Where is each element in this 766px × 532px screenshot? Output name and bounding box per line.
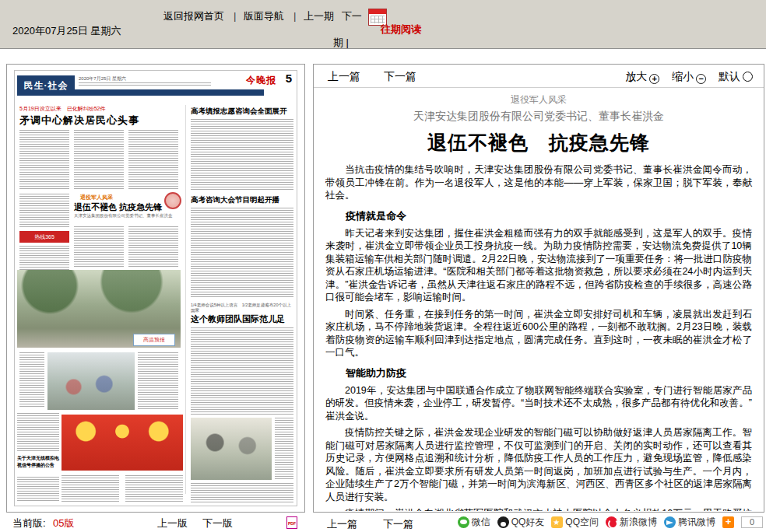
masthead-band — [75, 89, 264, 96]
top-nav: 返回报网首页| 版面导航| 上一期 下一 — [163, 9, 392, 26]
page-thumbnail-panel: 民生·社会 2020年7月25日 星期六 今晚报 5 5月19日设立以来 已化解… — [6, 64, 305, 513]
text-lines — [128, 226, 178, 267]
thumb-date-line: 2020年7月25日 星期六 — [79, 75, 126, 82]
thumb-section-label: 民生·社会 — [17, 75, 75, 96]
next-article-link-bottom[interactable]: 下一篇 — [383, 517, 413, 531]
pdf-download-icon[interactable]: PDF — [286, 516, 297, 529]
thumb-weather-box: 高温预报 — [133, 334, 175, 346]
nav-next-issue-link-wrap[interactable]: 期 | — [333, 36, 349, 50]
newspaper-page-thumbnail[interactable]: 民生·社会 2020年7月25日 星期六 今晚报 5 5月19日设立以来 已化解… — [14, 70, 297, 506]
thumb-a6-headline: 关于天津无线模拟电视信号停播的公告 — [17, 455, 61, 469]
next-page-link[interactable]: 下一版 — [202, 516, 233, 530]
share-qq-friend-button[interactable]: QQ好友 — [497, 516, 545, 529]
advertisement-block — [61, 415, 183, 471]
tencent-weibo-icon — [664, 516, 676, 528]
next-article-link[interactable]: 下一篇 — [384, 70, 416, 84]
text-lines — [74, 130, 124, 189]
thumb-a4-headline: 高考咨询大会节目明起开播 — [191, 195, 293, 205]
text-lines — [19, 352, 44, 407]
article-paragraph: 疫情防控关键之际，崔洪金发现企业研发的智能门磁可以协助做好返津人员居家隔离工作。… — [325, 426, 752, 503]
text-lines — [74, 226, 124, 267]
text-lines — [61, 475, 119, 502]
column-divider — [185, 105, 186, 494]
share-more-button[interactable]: + — [722, 516, 734, 528]
share-icons-group: 微信 QQ好友 QQ空间 新浪微博 腾讯微博 + 0 — [458, 516, 763, 529]
share-label: 新浪微博 — [620, 516, 657, 529]
sina-weibo-icon — [606, 516, 617, 528]
text-lines — [191, 327, 293, 415]
classroom-photo — [191, 418, 272, 480]
text-lines — [275, 418, 293, 480]
article-paragraph: 疫情期间，崔洪金向湖北省荣军医院和武汉市火神山医院以个人名义捐款10万元，用于购… — [325, 507, 752, 511]
article-body: 当抗击疫情的集结号吹响时，天津安达集团股份有限公司党委书记、董事长崔洪金闻令而动… — [325, 163, 752, 511]
nav-past-issues-link[interactable]: 往期阅读 — [381, 23, 421, 37]
thumb-paper-name: 今晚报 — [246, 74, 276, 87]
thumb-a5-headline: 这个教师团队国际范儿足 — [191, 313, 293, 325]
thumb-a2-headline: 高考填报志愿咨询会全面展开 — [191, 107, 293, 117]
thumb-hotline-box: 热线365 — [19, 231, 69, 243]
nav-home-link[interactable]: 返回报网首页 — [163, 10, 224, 22]
zoom-in-icon[interactable] — [649, 74, 659, 84]
share-label: 腾讯微博 — [678, 516, 715, 529]
share-count: 0 — [741, 516, 763, 528]
nav-separator: | — [234, 10, 236, 22]
article-title: 退伍不褪色 抗疫急先锋 — [325, 130, 752, 156]
article-subtitle: 天津安达集团股份有限公司党委书记、董事长崔洪金 — [325, 110, 752, 124]
share-label: 微信 — [472, 516, 490, 529]
top-bar: 返回报网首页| 版面导航| 上一期 下一 往期阅读 期 | 2020年07月25… — [0, 0, 766, 49]
share-qzone-button[interactable]: QQ空间 — [551, 516, 599, 529]
thumb-a3-kicker: 退役军人风采 — [80, 194, 113, 201]
thumbnail-footer: 当前版: 05版 上一版 下一版 PDF — [6, 516, 305, 530]
issue-date: 2020年07月25日 星期六 — [12, 24, 121, 38]
nav-separator: | — [293, 10, 296, 22]
current-page-label: 当前版: — [12, 516, 46, 530]
thumb-a1-kicker: 5月19日设立以来 已化解纠纷52件 — [19, 105, 105, 113]
text-lines — [128, 130, 178, 189]
article-view: 退役军人风采 天津安达集团股份有限公司党委书记、董事长崔洪金 退伍不褪色 抗疫急… — [314, 89, 763, 511]
article-paragraph: 昨天记者来到安达集团，握住崔洪金粗糙而强有力的双手就能感受到，这是军人的双手。疫… — [325, 227, 752, 304]
thumb-page-number: 5 — [286, 72, 292, 85]
text-lines — [79, 82, 211, 87]
thumb-a1-headline: 矛调中心解决居民心头事 — [19, 114, 139, 128]
zoom-default-label[interactable]: 默认 — [719, 70, 740, 82]
wechat-icon — [458, 516, 469, 528]
article-panel: 上一篇 下一篇 放大 缩小 默认 退役军人风采 天津安达集团股份有限公司党委书记… — [313, 64, 764, 513]
text-lines — [19, 130, 69, 189]
current-page-value: 05版 — [53, 516, 74, 530]
nav-next-issue-link[interactable]: 下一 — [342, 10, 362, 22]
nav-layout-link[interactable]: 版面导航 — [244, 10, 284, 22]
share-label: QQ空间 — [565, 516, 599, 529]
qq-penguin-icon — [497, 516, 509, 528]
text-lines — [191, 119, 293, 191]
thumb-a5-kicker: 1/4老师会说5种以上语言 1/2老师足迹遍布20个以上国家 — [191, 303, 293, 313]
article-paragraph: 2019年，安达集团与中国联通合作成立了物联网智能终端联合实验室，专门进行智能居… — [325, 384, 752, 423]
prev-page-link[interactable]: 上一版 — [157, 516, 188, 530]
text-lines — [17, 477, 59, 502]
share-bar: 上一篇 下一篇 微信 QQ好友 QQ空间 新浪微博 腾讯微博 + 0 — [313, 516, 764, 531]
text-lines — [19, 194, 69, 228]
nav-prev-issue-link[interactable]: 上一期 — [304, 10, 334, 22]
text-lines — [191, 208, 293, 298]
article-paragraph: 当抗击疫情的集结号吹响时，天津安达集团股份有限公司党委书记、董事长崔洪金闻令而动… — [325, 163, 752, 202]
zoom-in-label[interactable]: 放大 — [625, 70, 647, 82]
text-lines — [191, 483, 293, 503]
text-lines — [125, 475, 183, 502]
text-lines — [17, 413, 59, 452]
share-tencent-weibo-button[interactable]: 腾讯微博 — [664, 516, 715, 529]
article-section-heading: 智能助力防疫 — [325, 366, 752, 380]
umbrella-crowd-photo — [47, 352, 135, 410]
share-label: QQ好友 — [511, 516, 545, 529]
prev-article-link-bottom[interactable]: 上一篇 — [327, 517, 357, 531]
share-sina-weibo-button[interactable]: 新浪微博 — [606, 516, 657, 529]
article-toolbar: 上一篇 下一篇 放大 缩小 默认 — [314, 65, 764, 88]
article-paragraph: 时间紧、任务重，在接到任务的第一时间，崔洪金立即安排好司机和车辆，凌晨就出发赶到… — [325, 308, 752, 359]
prev-article-link[interactable]: 上一篇 — [328, 70, 360, 84]
thumb-a3-subtitle: 天津安达集团股份有限公司党委书记、董事长崔洪金 — [74, 213, 180, 219]
share-wechat-button[interactable]: 微信 — [458, 516, 490, 529]
zoom-default-icon[interactable] — [743, 72, 753, 82]
zoom-out-icon[interactable] — [696, 74, 706, 84]
zoom-controls: 放大 缩小 默认 — [625, 70, 753, 84]
zoom-out-label[interactable]: 缩小 — [672, 70, 694, 82]
article-section-heading: 疫情就是命令 — [325, 209, 752, 223]
article-kicker: 退役军人风采 — [325, 93, 752, 107]
